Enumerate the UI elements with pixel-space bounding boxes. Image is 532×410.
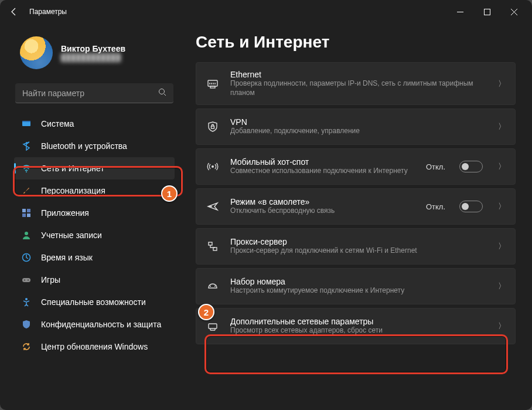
card-subtitle: Прокси-сервер для подключений к сетям Wi… <box>230 246 487 256</box>
annotation-badge-1: 1 <box>161 185 178 202</box>
card-subtitle: Просмотр всех сетевых адаптеров, сброс с… <box>230 326 487 336</box>
card-airplane[interactable]: Режим «в самолете» Отключить беспроводну… <box>196 188 516 225</box>
sidebar-item-windows-update[interactable]: Центр обновления Windows <box>14 336 175 358</box>
chevron-right-icon: 〉 <box>498 281 506 292</box>
maximize-button[interactable] <box>473 2 500 21</box>
accessibility-icon <box>21 297 32 307</box>
svg-point-1 <box>159 89 165 94</box>
sidebar-item-network[interactable]: Сеть и Интернет <box>14 157 175 179</box>
sidebar-item-personalization[interactable]: Персонализация <box>14 179 175 202</box>
card-hotspot[interactable]: Мобильный хот-спот Совместное использова… <box>196 148 516 185</box>
svg-rect-11 <box>22 278 30 282</box>
svg-rect-20 <box>213 248 217 250</box>
network-adapter-icon <box>206 320 220 332</box>
svg-point-13 <box>28 280 29 281</box>
search-input[interactable] <box>22 89 158 98</box>
airplane-toggle[interactable] <box>459 201 483 212</box>
brush-icon <box>21 185 32 196</box>
search-box[interactable] <box>15 83 173 103</box>
svg-point-12 <box>24 280 25 281</box>
svg-rect-19 <box>209 242 212 245</box>
svg-point-14 <box>25 298 28 300</box>
phone-icon <box>206 280 220 292</box>
svg-rect-21 <box>209 324 217 328</box>
card-title: Прокси-сервер <box>230 237 487 246</box>
svg-rect-0 <box>484 9 490 15</box>
card-subtitle: Отключить беспроводную связь <box>230 206 415 216</box>
sidebar-item-accounts[interactable]: Учетные записи <box>14 224 175 246</box>
card-title: Дополнительные сетевые параметры <box>230 317 487 326</box>
window-title: Параметры <box>29 8 67 16</box>
card-subtitle: Проверка подлинности, параметры IP-и DNS… <box>230 79 487 97</box>
svg-rect-5 <box>22 209 26 212</box>
titlebar: Параметры <box>0 0 532 23</box>
shield-icon <box>21 319 32 330</box>
minimize-button[interactable] <box>446 2 473 21</box>
svg-rect-3 <box>22 121 30 122</box>
display-icon <box>21 118 32 129</box>
svg-rect-17 <box>212 126 214 128</box>
settings-window: Параметры Виктор Бухтеев ████████████ <box>0 0 532 410</box>
card-proxy[interactable]: Прокси-сервер Прокси-сервер для подключе… <box>196 228 516 265</box>
sidebar-item-label: Конфиденциальность и защита <box>41 320 161 329</box>
sidebar-item-apps[interactable]: Приложения <box>14 202 175 224</box>
card-dialup[interactable]: Набор номера Настроить коммутируемое под… <box>196 268 516 304</box>
hotspot-icon <box>206 161 220 172</box>
nav-list: Система Bluetooth и устройства Сеть и Ин… <box>14 113 175 358</box>
svg-rect-7 <box>22 214 26 217</box>
sidebar-item-system[interactable]: Система <box>14 113 175 135</box>
back-button[interactable] <box>5 2 23 21</box>
sidebar-item-label: Учетные записи <box>41 231 102 240</box>
globe-clock-icon <box>21 252 32 263</box>
chevron-right-icon: 〉 <box>498 121 506 132</box>
card-subtitle: Совместное использование подключения к И… <box>230 167 415 176</box>
svg-rect-8 <box>27 214 30 217</box>
arrow-left-icon <box>9 7 19 16</box>
user-name: Виктор Бухтеев <box>61 44 125 53</box>
card-title: Мобильный хот-спот <box>230 157 415 167</box>
svg-point-9 <box>25 232 28 235</box>
card-ethernet[interactable]: Ethernet Проверка подлинности, параметры… <box>196 62 516 105</box>
card-title: VPN <box>230 117 487 127</box>
toggle-status: Откл. <box>426 162 445 171</box>
sidebar-item-label: Игры <box>41 275 60 284</box>
sidebar-item-label: Приложения <box>41 208 89 218</box>
card-vpn[interactable]: VPN Добавление, подключение, управление … <box>196 109 516 145</box>
annotation-badge-2: 2 <box>198 304 214 320</box>
user-email: ████████████ <box>61 53 125 62</box>
avatar <box>20 36 53 69</box>
svg-rect-6 <box>27 209 30 212</box>
proxy-icon <box>206 240 220 252</box>
chevron-right-icon: 〉 <box>498 241 506 252</box>
sidebar: Виктор Бухтеев ████████████ Система Blue… <box>0 23 182 410</box>
sidebar-item-time-language[interactable]: Время и язык <box>14 246 175 269</box>
chevron-right-icon: 〉 <box>498 79 506 89</box>
search-icon <box>158 88 166 98</box>
update-icon <box>21 341 32 352</box>
sidebar-item-accessibility[interactable]: Специальные возможности <box>14 291 175 313</box>
sidebar-item-label: Специальные возможности <box>41 297 146 307</box>
svg-point-18 <box>212 165 214 168</box>
svg-rect-16 <box>210 86 215 88</box>
main-content: Сеть и Интернет Ethernet Проверка подлин… <box>182 23 532 410</box>
toggle-status: Откл. <box>426 202 445 211</box>
close-button[interactable] <box>500 2 527 21</box>
wifi-icon <box>21 163 32 174</box>
card-subtitle: Добавление, подключение, управление <box>230 127 487 136</box>
sidebar-item-gaming[interactable]: Игры <box>14 269 175 291</box>
window-controls <box>446 2 527 21</box>
sidebar-item-privacy[interactable]: Конфиденциальность и защита <box>14 313 175 336</box>
page-title: Сеть и Интернет <box>196 33 516 52</box>
card-advanced-network[interactable]: Дополнительные сетевые параметры Просмот… <box>196 308 516 344</box>
gamepad-icon <box>21 275 32 285</box>
card-title: Набор номера <box>230 277 487 286</box>
sidebar-item-label: Система <box>41 119 74 128</box>
svg-point-4 <box>26 171 27 172</box>
hotspot-toggle[interactable] <box>459 161 483 172</box>
airplane-icon <box>206 201 220 212</box>
sidebar-item-label: Персонализация <box>41 186 105 195</box>
card-subtitle: Настроить коммутируемое подключение к Ин… <box>230 286 487 296</box>
profile-block[interactable]: Виктор Бухтеев ████████████ <box>14 23 175 80</box>
bluetooth-icon <box>21 141 32 151</box>
sidebar-item-bluetooth[interactable]: Bluetooth и устройства <box>14 135 175 157</box>
